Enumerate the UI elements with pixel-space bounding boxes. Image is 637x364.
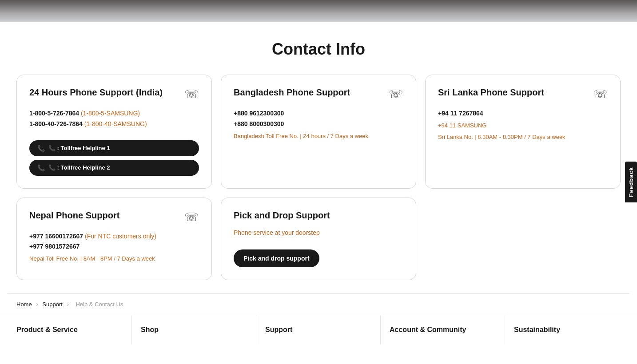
bangladesh-phone2: +880 8000300300 (234, 119, 403, 130)
nepal-phone1-row: +977 16600172667 (For NTC customers only… (29, 231, 199, 242)
srilanka-card-title: Sri Lanka Phone Support (438, 87, 593, 98)
nepal-phone1: +977 16600172667 (29, 233, 83, 240)
bangladesh-card-title: Bangladesh Phone Support (234, 87, 389, 98)
breadcrumb-sep2: › (67, 301, 70, 308)
empty-slot (425, 198, 621, 281)
nepal-card-body: +977 16600172667 (For NTC customers only… (29, 231, 199, 264)
footer-col2-title: Shop (141, 326, 247, 334)
tollfree-helpline1-button[interactable]: 📞 📞 : Tollfree Helpline 1 (29, 140, 199, 156)
srilanka-card-header: Sri Lanka Phone Support ☏ (438, 87, 608, 101)
bangladesh-card-body: +880 9612300300 +880 8000300300 Banglade… (234, 108, 403, 141)
tollfree-helpline2-button[interactable]: 📞 📞 : Tollfree Helpline 2 (29, 160, 199, 176)
srilanka-card-body: +94 11 7267864 +94 11 SAMSUNG Sri Lanka … (438, 108, 608, 142)
footer-col4-title: Account & Community (390, 326, 496, 334)
helpline1-phone-icon: 📞 (37, 145, 45, 152)
breadcrumb-sep1: › (36, 301, 40, 308)
feedback-tab[interactable]: Feedback (625, 162, 637, 202)
hero-image (0, 0, 637, 22)
pick-drop-card-header: Pick and Drop Support (234, 210, 403, 221)
srilanka-phone1-alt: +94 11 SAMSUNG (438, 121, 608, 131)
pick-drop-button[interactable]: Pick and drop support (234, 249, 319, 267)
nepal-card: Nepal Phone Support ☏ +977 16600172667 (… (16, 198, 212, 281)
bangladesh-toll-free: Bangladesh Toll Free No. | 24 hours / 7 … (234, 131, 403, 141)
main-content: Contact Info 24 Hours Phone Support (Ind… (8, 22, 629, 293)
cards-bottom-row: Nepal Phone Support ☏ +977 16600172667 (… (16, 198, 621, 281)
srilanka-phone-icon: ☏ (593, 87, 608, 101)
bangladesh-phone1: +880 9612300300 (234, 108, 403, 119)
breadcrumb-current: Help & Contact Us (76, 301, 123, 308)
pick-drop-card-body: Phone service at your doorstep Pick and … (234, 228, 403, 268)
helpline2-label: 📞 : Tollfree Helpline 2 (48, 164, 110, 171)
nepal-phone1-alt: (For NTC customers only) (85, 233, 156, 240)
footer-col-sustainability[interactable]: Sustainability (505, 315, 629, 344)
cards-top-row: 24 Hours Phone Support (India) ☏ 1-800-5… (16, 75, 621, 189)
india-card-header: 24 Hours Phone Support (India) ☏ (29, 87, 199, 101)
india-phone1: 1-800-5-726-7864 (29, 110, 79, 117)
footer-col5-title: Sustainability (514, 326, 621, 334)
india-phone2-alt: (1-800-40-SAMSUNG) (84, 120, 147, 127)
pick-drop-card: Pick and Drop Support Phone service at y… (221, 198, 416, 281)
footer-nav-inner: Product & Service Shop Support Account &… (8, 315, 629, 344)
helpline1-label: 📞 : Tollfree Helpline 1 (48, 145, 110, 151)
breadcrumb-home[interactable]: Home (16, 301, 32, 308)
nepal-phone-icon: ☏ (184, 210, 199, 224)
india-card: 24 Hours Phone Support (India) ☏ 1-800-5… (16, 75, 212, 189)
srilanka-note: Sri Lanka No. | 8.30AM - 8.30PM / 7 Days… (438, 132, 608, 142)
helpline2-phone-icon: 📞 (37, 164, 45, 171)
srilanka-phone1: +94 11 7267864 (438, 108, 608, 119)
breadcrumb: Home › Support › Help & Contact Us (8, 293, 629, 315)
india-buttons: 📞 📞 : Tollfree Helpline 1 📞 📞 : Tollfree… (29, 136, 199, 176)
footer-col-account-community[interactable]: Account & Community (381, 315, 505, 344)
nepal-toll-free: Nepal Toll Free No. | 8AM - 8PM / 7 Days… (29, 254, 199, 264)
nepal-phone2: +977 9801572667 (29, 241, 199, 252)
footer-col-product-service[interactable]: Product & Service (8, 315, 132, 344)
india-card-title: 24 Hours Phone Support (India) (29, 87, 184, 98)
footer-nav: Product & Service Shop Support Account &… (0, 315, 637, 344)
footer-col3-title: Support (265, 326, 371, 334)
india-phone2-row: 1-800-40-726-7864 (1-800-40-SAMSUNG) (29, 119, 199, 130)
nepal-card-header: Nepal Phone Support ☏ (29, 210, 199, 224)
india-phone1-alt: (1-800-5-SAMSUNG) (81, 110, 140, 117)
india-phone2: 1-800-40-726-7864 (29, 120, 83, 127)
footer-col-support[interactable]: Support (256, 315, 381, 344)
pick-drop-subtitle: Phone service at your doorstep (234, 228, 403, 238)
nepal-card-title: Nepal Phone Support (29, 210, 184, 221)
india-card-body: 1-800-5-726-7864 (1-800-5-SAMSUNG) 1-800… (29, 108, 199, 176)
pick-drop-card-title: Pick and Drop Support (234, 210, 403, 221)
india-phone-icon: ☏ (184, 87, 199, 101)
footer-col-shop[interactable]: Shop (132, 315, 256, 344)
bangladesh-card-header: Bangladesh Phone Support ☏ (234, 87, 403, 101)
bangladesh-card: Bangladesh Phone Support ☏ +880 96123003… (221, 75, 416, 189)
footer-col1-title: Product & Service (16, 326, 123, 334)
india-phone1-row: 1-800-5-726-7864 (1-800-5-SAMSUNG) (29, 108, 199, 119)
page-title: Contact Info (16, 40, 621, 59)
bangladesh-phone-icon: ☏ (389, 87, 403, 101)
srilanka-card: Sri Lanka Phone Support ☏ +94 11 7267864… (425, 75, 621, 189)
breadcrumb-support[interactable]: Support (42, 301, 63, 308)
